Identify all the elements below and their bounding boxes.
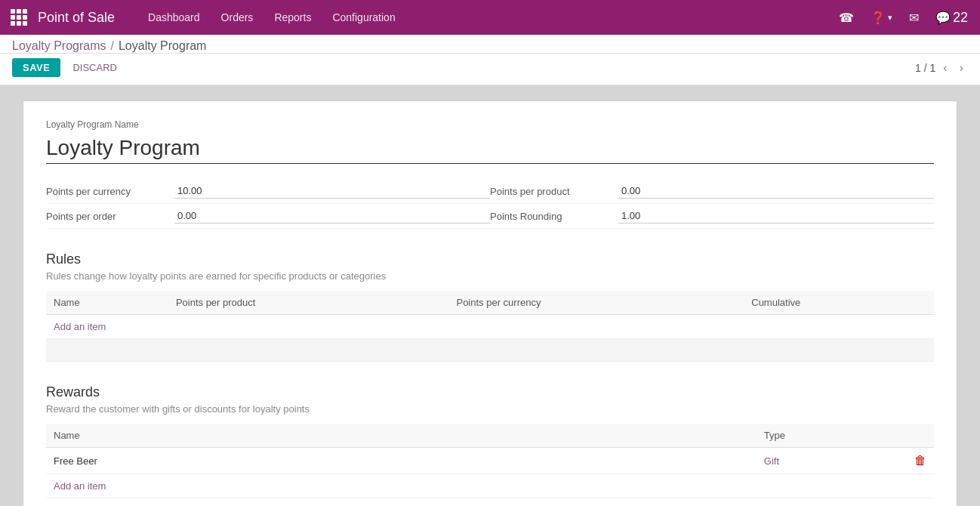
rewards-desc: Reward the customer with gifts or discou… [46, 403, 934, 415]
rules-add-item-row: Add an item [46, 315, 934, 339]
points-per-product-row: Points per product [490, 179, 934, 204]
pager-text: 1 / 1 [915, 62, 935, 74]
fields-right: Points per product Points Rounding [490, 179, 934, 229]
points-per-currency-row: Points per currency [46, 179, 490, 204]
rules-col-points-currency: Points per currency [448, 291, 744, 315]
mail-icon: ✉ [909, 11, 919, 25]
rules-table-header: Name Points per product Points per curre… [46, 291, 934, 315]
reward-name-cell: Free Beer [46, 448, 757, 474]
fields-grid: Points per currency Points per order Poi… [46, 179, 934, 229]
phone-icon: ☎ [839, 11, 854, 25]
program-name-input[interactable] [46, 133, 934, 164]
breadcrumb: Loyalty Programs / Loyalty Program [12, 39, 968, 53]
nav-configuration[interactable]: Configuration [322, 0, 405, 35]
breadcrumb-current: Loyalty Program [119, 39, 207, 53]
points-per-order-row: Points per order [46, 204, 490, 229]
reward-type-value: Gift [764, 455, 779, 467]
points-per-product-label: Points per product [490, 186, 618, 197]
phone-icon-btn[interactable]: ☎ [834, 8, 858, 28]
rules-col-cumulative: Cumulative [744, 291, 934, 315]
points-per-product-input[interactable] [618, 184, 934, 199]
rules-title: Rules [46, 251, 934, 267]
reward-type-cell: Gift 🗑 [757, 448, 934, 474]
breadcrumb-action-bar: Loyalty Programs / Loyalty Program [0, 35, 980, 54]
discard-button[interactable]: DISCARD [66, 58, 123, 77]
points-per-order-input[interactable] [174, 208, 490, 224]
top-navbar: Point of Sale Dashboard Orders Reports C… [0, 0, 980, 35]
nav-menu: Dashboard Orders Reports Configuration [137, 0, 834, 35]
action-bar: SAVE DISCARD 1 / 1 ‹ › [0, 54, 980, 85]
fields-left: Points per currency Points per order [46, 179, 490, 229]
table-row[interactable]: Free Beer Gift 🗑 [46, 448, 934, 474]
points-per-currency-label: Points per currency [46, 186, 174, 197]
rewards-table: Name Type Free Beer Gift 🗑 [46, 424, 934, 498]
rules-col-points-product: Points per product [168, 291, 449, 315]
chat-count: 22 [953, 10, 968, 26]
main-area: Loyalty Program Name Points per currency… [0, 85, 980, 506]
help-icon: ❓ [871, 11, 886, 25]
nav-reports[interactable]: Reports [263, 0, 322, 35]
rules-table: Name Points per product Points per curre… [46, 291, 934, 362]
rules-add-item-link[interactable]: Add an item [54, 321, 106, 332]
save-button[interactable]: SAVE [12, 58, 60, 77]
pager-next[interactable]: › [955, 60, 968, 76]
rules-col-name: Name [46, 291, 168, 315]
apps-icon[interactable] [8, 6, 30, 29]
rewards-title: Rewards [46, 384, 934, 400]
rewards-section: Rewards Reward the customer with gifts o… [46, 384, 934, 498]
points-rounding-row: Points Rounding [490, 204, 934, 229]
breadcrumb-separator: / [111, 39, 114, 53]
delete-reward-icon[interactable]: 🗑 [914, 454, 926, 467]
form-card: Loyalty Program Name Points per currency… [23, 100, 957, 506]
points-rounding-input[interactable] [618, 208, 934, 224]
rewards-table-header: Name Type [46, 424, 934, 448]
breadcrumb-parent[interactable]: Loyalty Programs [12, 39, 106, 53]
mail-icon-btn[interactable]: ✉ [904, 8, 923, 28]
program-name-field: Loyalty Program Name [46, 119, 934, 179]
nav-orders[interactable]: Orders [211, 0, 264, 35]
pager: 1 / 1 ‹ › [915, 60, 968, 76]
app-title: Point of Sale [38, 10, 115, 26]
rules-footer-row [46, 339, 934, 362]
points-per-currency-input[interactable] [174, 184, 490, 199]
points-rounding-label: Points Rounding [490, 211, 618, 222]
rewards-col-name: Name [46, 424, 757, 448]
chat-icon: 💬 [935, 11, 951, 25]
rewards-col-type: Type [757, 424, 934, 448]
rules-desc: Rules change how loyalty points are earn… [46, 270, 934, 282]
navbar-right: ☎ ❓ ▾ ✉ 💬 22 [834, 7, 972, 29]
pager-prev[interactable]: ‹ [938, 60, 951, 76]
chat-icon-btn[interactable]: 💬 22 [931, 7, 972, 29]
program-name-label: Loyalty Program Name [46, 119, 934, 130]
points-per-order-label: Points per order [46, 211, 174, 222]
rewards-add-item-row: Add an item [46, 474, 934, 498]
rules-section: Rules Rules change how loyalty points ar… [46, 251, 934, 362]
help-icon-btn[interactable]: ❓ ▾ [866, 8, 897, 28]
nav-dashboard[interactable]: Dashboard [137, 0, 211, 35]
help-caret: ▾ [888, 13, 892, 23]
rewards-add-item-link[interactable]: Add an item [54, 480, 106, 492]
